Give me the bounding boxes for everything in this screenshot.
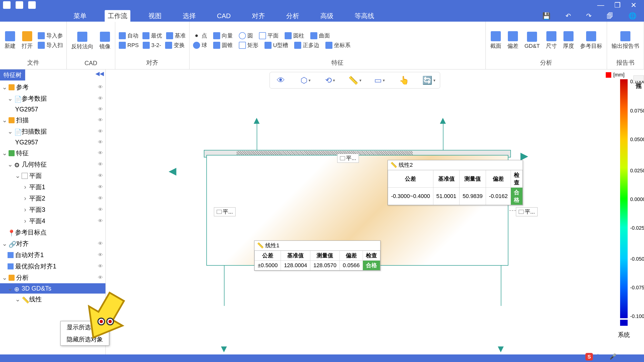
tree-item-plane3[interactable]: ›平面3👁 xyxy=(0,204,105,215)
minimize-button[interactable]: — xyxy=(597,1,604,9)
visibility-icon[interactable]: 👁 xyxy=(98,195,103,201)
tree-item-yg2957-ref[interactable]: YG2957👁 xyxy=(0,104,105,114)
menu-workflow[interactable]: 工作流 xyxy=(105,10,130,22)
tree-item-reference[interactable]: ⌄参考👁 xyxy=(0,82,105,93)
menu-analyze[interactable]: 分析 xyxy=(283,10,302,22)
callout-linear2[interactable]: 📏线性2 公差 基准值 测量值 偏差 检查 -0.3000~0.4000 51.… xyxy=(388,160,523,205)
sidebar-tab-feature-tree[interactable]: 特征树 xyxy=(0,69,25,81)
context-menu-show-selected[interactable]: 显示所选对象 xyxy=(61,321,109,333)
feature-polygon-button[interactable]: 正多边 xyxy=(293,41,320,50)
tree-item-linear[interactable]: ⌄📏线性 xyxy=(0,294,105,305)
menu-select[interactable]: 选择 xyxy=(180,10,199,22)
feature-circle-button[interactable]: 圆 xyxy=(238,31,254,40)
tree-item-auto-align1[interactable]: 自动对齐1👁 xyxy=(0,249,105,261)
feature-uslot-button[interactable]: U型槽 xyxy=(263,41,289,50)
feature-point-button[interactable]: 点 xyxy=(192,31,208,40)
align-321-button[interactable]: 3-2- xyxy=(142,41,162,50)
align-auto-button[interactable]: 自动 xyxy=(118,31,139,40)
view-select-button[interactable]: ▭ xyxy=(373,74,386,86)
deviation-button[interactable]: 偏差 xyxy=(505,30,520,51)
feature-rect-button[interactable]: 矩形 xyxy=(238,41,259,50)
import-ref-button[interactable]: 导入参 xyxy=(37,31,64,40)
visibility-icon[interactable]: 👁 xyxy=(98,96,103,101)
menu-align[interactable]: 对齐 xyxy=(249,10,268,22)
feature-vector-button[interactable]: 向量 xyxy=(212,31,234,40)
viewport-3d[interactable]: 👁 ⬡ ⟲ 📏 ▭ 👆 🔄 ▲ ▲ ▼ ▼ ◀ ▶ 平... 平... 平. xyxy=(106,69,604,354)
ime-indicator[interactable]: S 中 •, 🎤 ⌨ ⚙ ⊞ xyxy=(585,353,641,360)
tree-item-ref-data[interactable]: ⌄📄参考数据👁 xyxy=(0,93,105,104)
visibility-icon[interactable]: 👁 xyxy=(98,207,103,213)
ime-lang[interactable]: 中 xyxy=(595,353,601,360)
ime-mic-icon[interactable]: 🎤 xyxy=(610,353,616,360)
color-gradient[interactable]: 0.1000 0.0750 0.0500 0.0250 0.0000 -0.02… xyxy=(620,79,628,318)
view-shading-button[interactable]: ⬡ xyxy=(299,74,312,86)
align-datum-button[interactable]: 基准 xyxy=(165,31,187,40)
ime-settings-icon[interactable]: ⚙ xyxy=(629,353,634,360)
feature-coord-button[interactable]: 坐标系 xyxy=(324,41,352,50)
context-menu-hide-selected[interactable]: 隐藏所选对象 xyxy=(61,333,109,345)
tree-item-plane4[interactable]: ›平面4👁 xyxy=(0,215,105,227)
new-button[interactable]: 新建 xyxy=(3,30,18,51)
align-best-button[interactable]: 最优 xyxy=(141,31,163,40)
dimension-button[interactable]: 尺寸 xyxy=(544,30,559,51)
menu-view[interactable]: 视图 xyxy=(145,10,165,22)
view-orient-button[interactable]: ⟲ xyxy=(324,74,336,86)
tree-item-3d-gdts[interactable]: ⌄⊕3D GD&Ts xyxy=(0,283,105,294)
view-rotate-button[interactable]: 🔄 xyxy=(423,74,435,86)
feature-cylinder-button[interactable]: 圆柱 xyxy=(284,31,305,40)
flip-normal-button[interactable]: 反转法向 xyxy=(69,31,95,51)
feature-surface-button[interactable]: 曲面 xyxy=(309,31,331,40)
view-visibility-button[interactable]: 👁 xyxy=(275,74,287,86)
visibility-icon[interactable]: 👁 xyxy=(98,117,103,123)
visibility-icon[interactable]: 👁 xyxy=(98,150,103,156)
visibility-icon[interactable]: 👁 xyxy=(98,173,103,179)
ime-keyboard-icon[interactable]: ⌨ xyxy=(619,353,627,360)
tree-item-align[interactable]: ⌄🔗对齐👁 xyxy=(0,238,105,249)
plane-label[interactable]: 平... xyxy=(214,207,236,216)
tree-item-scan[interactable]: ⌄扫描👁 xyxy=(0,114,105,126)
tree-item-yg2957-scan[interactable]: YG2957👁 xyxy=(0,137,105,147)
tree-item-plane2[interactable]: ›平面2👁 xyxy=(0,193,105,204)
sidebar-collapse-icon[interactable]: ◀◀ xyxy=(95,70,104,77)
undo-icon[interactable]: ↶ xyxy=(565,12,571,20)
save-icon[interactable]: 💾 xyxy=(542,12,550,20)
view-cursor-button[interactable]: 👆 xyxy=(398,74,410,86)
visibility-icon[interactable]: 👁 xyxy=(98,275,103,280)
feature-cone-button[interactable]: 圆锥 xyxy=(212,41,234,50)
feature-sphere-button[interactable]: 球 xyxy=(192,41,208,50)
visibility-icon[interactable]: 👁 xyxy=(98,241,103,247)
mirror-button[interactable]: 镜像 xyxy=(97,31,112,51)
tree-item-plane1[interactable]: ›平面1👁 xyxy=(0,181,105,193)
gdt-button[interactable]: GD&T xyxy=(522,31,542,50)
visibility-icon[interactable]: 👁 xyxy=(98,252,103,258)
tree-item-scan-data[interactable]: ⌄📄扫描数据👁 xyxy=(0,126,105,137)
visibility-icon[interactable]: 👁 xyxy=(98,162,103,167)
visibility-icon[interactable]: 👁 xyxy=(98,139,103,145)
visibility-icon[interactable]: 👁 xyxy=(98,263,103,269)
visibility-icon[interactable]: 👁 xyxy=(98,129,103,134)
import-scan-button[interactable]: 导入扫 xyxy=(37,41,64,50)
thickness-button[interactable]: 厚度 xyxy=(561,30,576,51)
ime-grid-icon[interactable]: ⊞ xyxy=(637,353,641,360)
menu-main[interactable]: 菜单 xyxy=(70,10,90,22)
plane-label[interactable]: 平... xyxy=(516,207,538,216)
feature-plane-button[interactable]: 平面 xyxy=(258,31,280,40)
globe-icon[interactable]: 🌐 xyxy=(628,12,636,20)
properties-tab[interactable]: 属性 xyxy=(633,75,644,81)
callout-linear1[interactable]: 📏线性1 公差 基准值 测量值 偏差 检查 ±0.5000 128.0004 1… xyxy=(254,240,381,271)
menu-cad[interactable]: CAD xyxy=(214,11,234,21)
ime-s-icon[interactable]: S xyxy=(585,353,593,360)
section-button[interactable]: 截面 xyxy=(488,30,503,51)
ime-punct-icon[interactable]: •, xyxy=(603,353,607,360)
tree-item-geom-feature[interactable]: ⌄⚙几何特征👁 xyxy=(0,159,105,170)
open-button[interactable]: 打开 xyxy=(20,30,35,51)
export-report-button[interactable]: 输出报告书 xyxy=(610,30,641,51)
close-button[interactable]: ✕ xyxy=(631,1,636,9)
plane-label[interactable]: 平... xyxy=(337,154,359,163)
menu-contour[interactable]: 等高线 xyxy=(352,10,377,22)
visibility-icon[interactable]: 👁 xyxy=(98,84,103,90)
clipboard-icon[interactable]: 🗐 xyxy=(607,12,613,20)
tree-item-feature[interactable]: ⌄特征👁 xyxy=(0,147,105,159)
tree-item-plane-group[interactable]: ⌄平面👁 xyxy=(0,170,105,181)
align-rps-button[interactable]: RPS xyxy=(118,41,140,50)
